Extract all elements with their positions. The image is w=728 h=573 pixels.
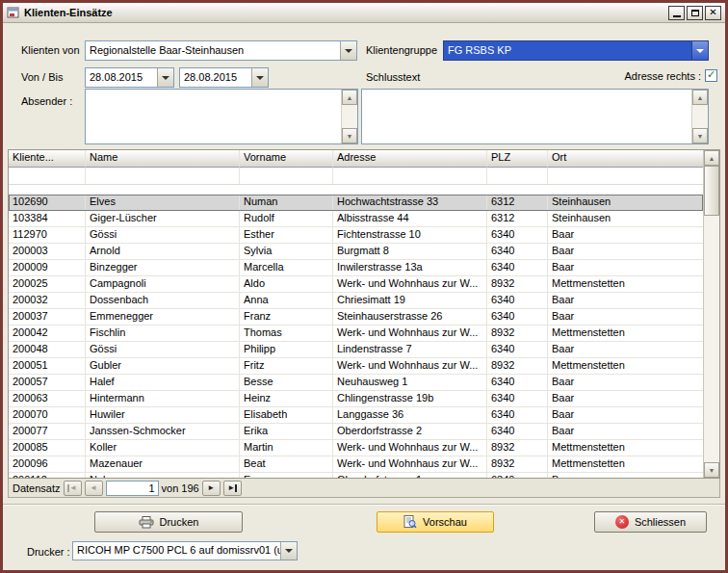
table-cell: 8932 (487, 276, 548, 292)
datensatz-label: Datensatz (13, 482, 61, 494)
scroll-down-icon[interactable]: ▼ (704, 462, 719, 478)
filter-cell[interactable] (86, 168, 240, 185)
table-row[interactable]: 200070HuwilerElisabethLanggasse 366340Ba… (9, 407, 703, 424)
column-header[interactable]: Kliente... (9, 150, 86, 168)
chevron-down-icon[interactable] (251, 68, 268, 87)
schlusstext-scrollbar[interactable]: ▲ ▼ (691, 90, 708, 143)
table-cell: Fritz (240, 358, 333, 374)
klientengruppe-select[interactable]: FG RSBS KP (443, 40, 709, 61)
record-position-input[interactable] (106, 481, 159, 496)
table-row[interactable]: 200042FischlinThomasWerk- und Wohnhaus z… (9, 326, 703, 342)
nav-next-button[interactable]: ► (202, 481, 221, 496)
table-cell: 200112 (9, 473, 86, 478)
table-cell: Albisstrasse 44 (333, 211, 487, 226)
table-row[interactable]: 200063HintermannHeinzChlingenstrasse 19b… (9, 391, 703, 407)
absender-textarea[interactable]: ▲ ▼ (85, 89, 358, 144)
table-row[interactable]: 200025CampagnoliAldoWerk- und Wohnhaus z… (9, 276, 703, 293)
column-header[interactable]: Adresse (333, 150, 487, 168)
column-header[interactable]: Name (86, 150, 240, 168)
vorschau-button[interactable]: Vorschau (377, 511, 494, 533)
schlusstext-text[interactable] (362, 90, 691, 143)
table-row[interactable]: 112970GössiEstherFichtenstrasse 106340Ba… (9, 227, 703, 244)
filter-cell[interactable] (548, 168, 705, 185)
table-cell: 6340 (487, 227, 548, 243)
absender-label: Absender : (21, 95, 72, 107)
titlebar[interactable]: Klienten-Einsätze ✕ (3, 3, 725, 23)
table-cell: Lindenstrasse 7 (333, 342, 487, 357)
column-header[interactable]: PLZ (487, 150, 548, 168)
table-cell: Oberdorfstrasse 1 (333, 473, 487, 478)
grid-body: 102690ElvesNumanHochwachtstrasse 336312S… (9, 195, 703, 478)
grid-vertical-scrollbar[interactable]: ▲ ▼ (703, 150, 719, 478)
scroll-up-icon[interactable]: ▲ (704, 150, 719, 166)
table-cell: Thomas (240, 326, 333, 341)
nav-last-button[interactable]: ► (223, 481, 242, 496)
chevron-down-icon[interactable] (691, 41, 708, 60)
nav-prev-button[interactable]: ◄ (85, 481, 103, 496)
table-row[interactable]: 102690ElvesNumanHochwachtstrasse 336312S… (9, 195, 703, 211)
table-cell: Gössi (86, 342, 240, 357)
filter-cell[interactable] (9, 168, 86, 185)
table-row[interactable]: 200085KollerMartinWerk- und Wohnhaus zur… (9, 440, 703, 456)
maximize-button[interactable] (687, 6, 703, 20)
table-cell: Aldo (240, 276, 333, 292)
table-row[interactable]: 103384Giger-LüscherRudolfAlbisstrasse 44… (9, 211, 703, 227)
scrollbar-thumb[interactable] (704, 166, 719, 216)
table-row[interactable]: 200057HalefBesseNeuhausweg 16340Baar (9, 375, 703, 391)
table-cell: Baar (548, 244, 703, 259)
filter-cell[interactable] (240, 168, 333, 185)
von-date-value: 28.08.2015 (86, 68, 157, 87)
table-cell: Baar (548, 227, 703, 243)
table-cell: Oberdorfstrasse 2 (333, 424, 487, 439)
table-row[interactable]: 200112NuberEugenOberdorfstrasse 16340Baa… (9, 473, 703, 478)
scroll-down-icon[interactable]: ▼ (342, 128, 357, 143)
von-date-picker[interactable]: 28.08.2015 (85, 67, 174, 88)
scrollbar-track[interactable] (704, 166, 719, 462)
schlusstext-textarea[interactable]: ▲ ▼ (361, 89, 709, 144)
table-row[interactable]: 200037EmmeneggerFranzSteinhauserstrasse … (9, 309, 703, 326)
table-row[interactable]: 200003ArnoldSylviaBurgmatt 86340Baar (9, 244, 703, 260)
nav-prev-icon: ◄ (90, 484, 97, 492)
column-header[interactable]: Vorname (240, 150, 333, 168)
table-row[interactable]: 200048GössiPhilippLindenstrasse 76340Baa… (9, 342, 703, 358)
table-cell: 200003 (9, 244, 86, 259)
table-cell: Mettmenstetten (548, 456, 703, 472)
table-row[interactable]: 200032DossenbachAnnaChriesimatt 196340Ba… (9, 293, 703, 309)
filter-cell[interactable] (487, 168, 548, 185)
table-cell: 200063 (9, 391, 86, 406)
drucken-button[interactable]: Drucken (94, 511, 243, 533)
drucker-select[interactable]: RICOH MP C7500 PCL 6 auf domissrv01 (um (72, 541, 298, 560)
scroll-down-icon[interactable]: ▼ (692, 128, 708, 143)
chevron-down-icon[interactable] (280, 542, 297, 560)
table-row[interactable]: 200009BinzeggerMarcellaInwilerstrasse 13… (9, 260, 703, 276)
table-row[interactable]: 200077Janssen-SchmockerErikaOberdorfstra… (9, 424, 703, 440)
table-cell: Chriesimatt 19 (333, 293, 487, 308)
table-cell: 6340 (487, 293, 548, 308)
table-row[interactable]: 200096MazenauerBeatWerk- und Wohnhaus zu… (9, 456, 703, 473)
separator-line (3, 504, 725, 506)
klienten-von-select[interactable]: Regionalstelle Baar-Steinhausen (85, 40, 357, 61)
column-header[interactable]: Ort (548, 150, 705, 168)
table-cell: Beat (240, 456, 333, 472)
nav-first-button[interactable]: ◄ (64, 481, 82, 496)
table-cell: 200037 (9, 309, 86, 325)
bis-date-picker[interactable]: 28.08.2015 (179, 67, 269, 88)
table-cell: 6340 (487, 473, 548, 478)
absender-text[interactable] (86, 90, 341, 143)
scroll-up-icon[interactable]: ▲ (692, 90, 708, 105)
schliessen-button[interactable]: ✕ Schliessen (594, 511, 707, 533)
filter-cell[interactable] (333, 168, 487, 185)
table-cell: 200070 (9, 407, 86, 423)
scroll-up-icon[interactable]: ▲ (342, 90, 357, 105)
minimize-button[interactable] (668, 6, 685, 20)
chevron-down-icon[interactable] (157, 68, 173, 87)
table-cell: Mettmenstetten (548, 276, 703, 292)
chevron-down-icon[interactable] (340, 41, 356, 60)
table-cell: Anna (240, 293, 333, 308)
adresse-rechts-checkbox[interactable]: ✓ (705, 69, 717, 82)
absender-scrollbar[interactable]: ▲ ▼ (341, 90, 357, 143)
table-row[interactable]: 200051GublerFritzWerk- und Wohnhaus zur … (9, 358, 703, 375)
table-cell: Marcella (240, 260, 333, 275)
close-button[interactable]: ✕ (705, 6, 721, 20)
table-cell: Langgasse 36 (333, 407, 487, 423)
